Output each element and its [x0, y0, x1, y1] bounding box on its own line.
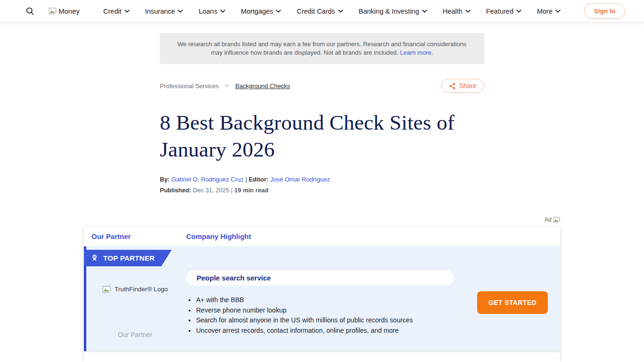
benefit-item: Reverse phone number lookup: [196, 305, 454, 316]
search-button[interactable]: [24, 5, 36, 17]
chevron-down-icon: [516, 9, 521, 13]
partner-logo-alt-text: TruthFinder® Logo: [115, 286, 168, 293]
editor-label: Editor:: [248, 176, 268, 183]
partner-logo[interactable]: TruthFinder® Logo: [102, 286, 168, 293]
nav-item-credit-cards[interactable]: Credit Cards: [297, 8, 343, 15]
search-icon: [25, 7, 34, 16]
breadcrumb-current-link[interactable]: Background Checks: [235, 82, 290, 90]
author-link[interactable]: Gabriel O. Rodriguez Cruz: [172, 176, 244, 183]
main-nav: Credit Insurance Loans Mortgages Credit …: [89, 8, 575, 15]
chevron-down-icon: [555, 9, 561, 13]
broken-image-icon: [49, 8, 57, 15]
nav-item-featured[interactable]: Featured: [486, 8, 521, 15]
column-company-highlight: Company Highlight: [186, 232, 251, 240]
next-partner-row: [84, 351, 560, 362]
table-header: Our Partner Company Highlight: [84, 227, 560, 247]
nav-item-credit[interactable]: Credit: [103, 8, 130, 15]
published-date: Dec 31, 2025: [193, 187, 229, 194]
share-icon: [449, 82, 456, 90]
partner-table: Our Partner Company Highlight TOP PARTNE…: [84, 227, 560, 362]
nav-item-loans[interactable]: Loans: [198, 8, 225, 15]
partner-caption: Our Partner: [118, 331, 152, 338]
nav-item-insurance[interactable]: Insurance: [145, 8, 183, 15]
chevron-down-icon: [178, 9, 183, 13]
published-info: Published: Dec 31, 2025 | 19 min read: [160, 187, 484, 194]
company-highlight-cell: People search service A+ with the BBB Re…: [186, 247, 454, 351]
page-title: 8 Best Background Check Sites of January…: [160, 109, 484, 163]
editor-link[interactable]: José Omar Rodríguez: [270, 176, 330, 183]
money-logo-alt-text: Money: [58, 7, 80, 15]
sign-in-button[interactable]: Sign In: [584, 3, 625, 19]
chevron-down-icon: [220, 9, 225, 13]
benefit-item: A+ with the BBB: [196, 295, 454, 305]
top-partner-label: TOP PARTNER: [103, 254, 155, 262]
award-ribbon-icon: [91, 254, 99, 262]
disclaimer-box: We research all brands listed and may ea…: [160, 33, 484, 64]
ad-label: Ad: [545, 216, 552, 223]
column-our-partner: Our Partner: [91, 232, 186, 240]
benefit-item: Uncover arrest records, contact informat…: [196, 326, 454, 336]
by-label: By:: [160, 176, 170, 183]
breadcrumb: Professional Services > Background Check…: [160, 82, 290, 90]
broken-image-icon: [102, 286, 111, 293]
nav-item-banking-investing[interactable]: Banking & Investing: [359, 8, 427, 15]
nav-item-health[interactable]: Health: [443, 8, 471, 15]
chevron-down-icon: [124, 9, 130, 13]
cta-cell: GET STARTED: [454, 247, 560, 351]
breadcrumb-separator: >: [225, 82, 229, 89]
learn-more-link[interactable]: Learn more: [400, 49, 431, 56]
site-header: Money Credit Insurance Loans Mortgages C…: [0, 0, 644, 23]
read-time: 19 min read: [234, 187, 268, 194]
chevron-down-icon: [422, 9, 427, 13]
breadcrumb-parent-link[interactable]: Professional Services: [160, 82, 219, 90]
chevron-down-icon: [338, 9, 343, 13]
ad-disclosure: Ad: [84, 216, 560, 223]
share-button[interactable]: Share: [441, 79, 484, 93]
get-started-button[interactable]: GET STARTED: [477, 291, 548, 314]
published-label: Published:: [160, 187, 191, 194]
chevron-down-icon: [276, 9, 281, 13]
share-label: Share: [459, 82, 477, 90]
money-logo[interactable]: Money: [49, 7, 80, 15]
benefit-item: Search for almost anyone in the US with …: [196, 315, 454, 326]
highlight-pill: People search service: [186, 270, 454, 286]
chevron-down-icon: [465, 9, 471, 13]
top-partner-badge: TOP PARTNER: [84, 250, 172, 266]
nav-item-mortgages[interactable]: Mortgages: [241, 8, 281, 15]
broken-image-icon: [553, 217, 560, 223]
nav-item-more[interactable]: More: [537, 8, 561, 15]
benefit-list: A+ with the BBB Reverse phone number loo…: [188, 295, 454, 336]
top-partner-row: TOP PARTNER TruthFinder® Logo Our Partne…: [84, 247, 560, 351]
byline: By: Gabriel O. Rodriguez Cruz | Editor: …: [160, 176, 484, 183]
